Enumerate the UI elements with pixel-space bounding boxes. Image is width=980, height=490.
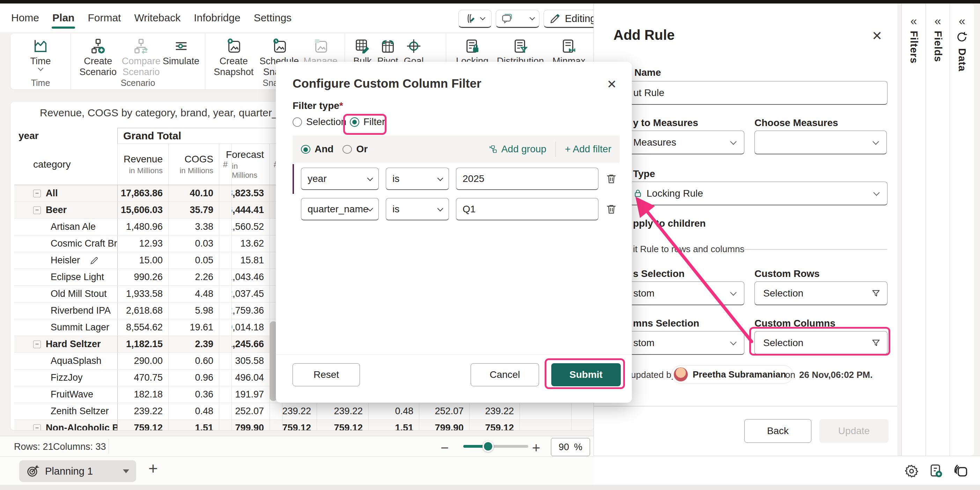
back-button[interactable]: Back xyxy=(745,419,811,443)
add-sheet-button[interactable]: + xyxy=(148,459,158,478)
choose-measures-select[interactable] xyxy=(754,130,887,154)
zoom-slider-handle[interactable] xyxy=(482,441,494,452)
tab-dropdown-caret[interactable] xyxy=(123,469,129,473)
filter-funnel-icon xyxy=(871,338,881,348)
reset-button[interactable]: Reset xyxy=(293,363,360,386)
panel-close-icon[interactable]: ✕ xyxy=(872,29,882,43)
updated-by-user-chip[interactable]: Preetha Subramanian xyxy=(671,365,793,383)
data-rail-tab[interactable]: « Data xyxy=(950,3,974,456)
table-row[interactable]: − Non-Alcoholic Bever 759.12 1.51 799.90… xyxy=(14,420,593,430)
radio-or[interactable]: Or xyxy=(342,143,368,155)
sheet-tab-planning[interactable]: Planning 1 xyxy=(19,460,136,482)
updated-on-text: on xyxy=(785,369,795,380)
footer-strip xyxy=(0,485,980,490)
zoom-out-button[interactable]: − xyxy=(441,440,449,456)
fields-rail-tab[interactable]: « Fields xyxy=(926,3,950,456)
measure-header-revenue[interactable]: Revenuein Millions xyxy=(117,144,168,185)
chevron-down-icon xyxy=(730,289,736,296)
collapse-chevrons-icon: « xyxy=(959,15,965,26)
delete-filter-trash-icon[interactable] xyxy=(605,203,617,215)
filters-label: Filters xyxy=(908,31,920,64)
add-document-icon[interactable] xyxy=(928,463,943,479)
collapse-icon[interactable]: − xyxy=(33,207,41,214)
collapse-icon[interactable]: − xyxy=(33,189,41,197)
choose-measures-label: Choose Measures xyxy=(754,117,838,129)
filter-group-header: And Or Add group + Add filter xyxy=(293,135,620,163)
table-row[interactable]: Zenith Seltzer 239.22 0.48 252.07 239.22… xyxy=(14,403,593,420)
ribbon-button-simulate[interactable]: Simulate xyxy=(163,38,199,67)
add-group-button[interactable]: Add group xyxy=(489,143,546,155)
radio-filter-label: Filter xyxy=(363,116,385,127)
ribbon-button-create-snapshot[interactable]: Create Snapshot xyxy=(211,38,256,78)
measure-header-cogs[interactable]: COGSin Millions xyxy=(168,144,219,185)
row-label: Old Mill Stout xyxy=(51,288,107,299)
comment-icon xyxy=(501,12,514,25)
modal-title: Configure Custom Column Filter xyxy=(293,76,482,91)
measure-header-forecast[interactable]: Forecastin Millions xyxy=(231,144,269,185)
zoom-in-button[interactable]: + xyxy=(532,440,540,456)
collapse-icon[interactable]: − xyxy=(33,424,41,431)
copies-stack-icon[interactable] xyxy=(953,463,969,479)
filter-operator-select[interactable]: is xyxy=(386,198,449,220)
rows-selection-value: stom xyxy=(633,288,655,299)
filter-field-select[interactable]: quarter_name xyxy=(301,198,379,220)
settings-gear-icon[interactable] xyxy=(904,464,919,479)
distribution-icon xyxy=(512,38,528,54)
row-label: Eclipse Light xyxy=(51,272,104,283)
configure-filter-modal: Configure Custom Column Filter ✕ Filter … xyxy=(276,62,632,402)
add-group-icon xyxy=(489,145,498,154)
custom-columns-selection-button[interactable]: Selection xyxy=(754,331,888,355)
filter-value-input[interactable]: Q1 xyxy=(456,198,598,220)
pivot-icon xyxy=(380,38,396,54)
category-header[interactable]: category xyxy=(14,144,117,185)
radio-selection[interactable]: Selection xyxy=(293,116,346,127)
schedule-snapshot-icon xyxy=(271,38,287,54)
editing-label: Editing xyxy=(565,13,596,24)
filter-condition-row: quarter_name is Q1 xyxy=(301,198,617,220)
custom-rows-selection-button[interactable]: Selection xyxy=(754,282,888,305)
menu-item[interactable]: Home xyxy=(11,9,40,27)
add-filter-button[interactable]: + Add filter xyxy=(565,143,611,155)
cancel-button[interactable]: Cancel xyxy=(471,363,539,386)
menu-item[interactable]: Writeback xyxy=(134,9,181,27)
filter-funnel-icon xyxy=(871,288,881,298)
rows-count: Rows: 21 xyxy=(14,441,53,452)
collapse-icon[interactable]: − xyxy=(33,340,41,348)
fields-label: Fields xyxy=(932,31,944,62)
submit-button[interactable]: Submit xyxy=(551,363,621,386)
required-asterisk: * xyxy=(339,100,343,111)
row-label: Cosmic Craft Brews xyxy=(51,238,117,249)
radio-filter[interactable]: Filter xyxy=(350,116,385,127)
menu-item[interactable]: Infobridge xyxy=(193,9,241,27)
ink-tools-button[interactable] xyxy=(458,10,492,28)
update-button[interactable]: Update xyxy=(819,419,889,443)
filters-rail-tab[interactable]: « Filters xyxy=(902,3,926,456)
ribbon-button-time[interactable]: Time xyxy=(25,38,57,70)
chevron-down-icon xyxy=(730,339,736,345)
time-chart-icon xyxy=(32,38,49,54)
radio-selected-icon xyxy=(350,117,359,127)
locking-icon xyxy=(465,38,480,54)
menu-item[interactable]: Settings xyxy=(253,9,292,27)
filter-field-select[interactable]: year xyxy=(301,168,379,190)
filter-value-input[interactable]: 2025 xyxy=(456,168,598,190)
divider xyxy=(108,439,109,454)
row-label: Hard Seltzer xyxy=(46,339,101,350)
comments-button[interactable] xyxy=(496,10,539,28)
edit-pencil-icon[interactable] xyxy=(89,256,99,266)
row-label: Non-Alcoholic Bever xyxy=(46,423,117,430)
zoom-percent-input[interactable]: 90 % xyxy=(551,438,590,456)
menu-item[interactable]: Format xyxy=(87,9,121,27)
row-label: Beer xyxy=(46,205,67,215)
filter-operator-select[interactable]: is xyxy=(386,168,449,190)
lock-icon xyxy=(633,189,643,198)
radio-and[interactable]: And xyxy=(301,143,333,155)
modal-close-icon[interactable]: ✕ xyxy=(607,77,617,91)
columns-selection-value: stom xyxy=(633,337,655,348)
ribbon-button-create-scenario[interactable]: Create Scenario xyxy=(76,38,120,78)
delete-filter-trash-icon[interactable] xyxy=(605,173,617,185)
row-dimension-header[interactable]: year xyxy=(14,128,117,144)
simulate-sliders-icon xyxy=(173,38,189,54)
menu-item[interactable]: Plan xyxy=(52,9,75,27)
row-label: FruitWave xyxy=(51,389,93,400)
